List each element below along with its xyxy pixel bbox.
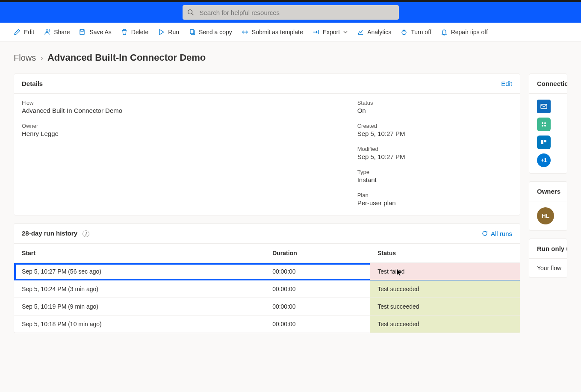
slack-icon[interactable] <box>537 118 551 131</box>
owners-card: Owners HL <box>529 181 567 231</box>
page-title: Advanced Built-In Connector Demo <box>47 52 206 63</box>
table-header-row: Start Duration Status <box>14 244 520 263</box>
mail-icon[interactable] <box>537 100 551 113</box>
table-row[interactable]: Sep 5, 10:19 PM (9 min ago)00:00:00Test … <box>14 298 520 315</box>
run-button[interactable]: Run <box>158 29 179 35</box>
svg-rect-12 <box>544 140 546 142</box>
delete-button[interactable]: Delete <box>121 29 148 35</box>
analytics-button[interactable]: Analytics <box>357 29 391 35</box>
submit-template-button[interactable]: Submit as template <box>242 29 303 35</box>
cmd-label: Send a copy <box>199 29 232 35</box>
cmd-label: Submit as template <box>252 29 303 35</box>
connections-title: Connections <box>529 74 567 94</box>
run-only-text: Your flow <box>529 259 567 277</box>
cmd-label: Share <box>54 29 70 35</box>
field-status: Status On <box>357 100 512 114</box>
share-button[interactable]: Share <box>44 29 70 35</box>
history-card: 28-day run history i All runs Start Dura… <box>14 223 520 333</box>
trash-icon <box>121 29 128 35</box>
cell-duration: 00:00:00 <box>265 298 370 315</box>
template-icon <box>242 29 248 35</box>
details-header: Details Edit <box>14 74 520 94</box>
cell-start: Sep 5, 10:18 PM (10 min ago) <box>14 315 265 333</box>
svg-rect-6 <box>541 104 547 109</box>
field-value: Sep 5, 10:27 PM <box>357 130 512 137</box>
svg-point-7 <box>542 122 543 124</box>
field-modified: Modified Sep 5, 10:27 PM <box>357 146 512 160</box>
search-icon <box>187 9 195 16</box>
share-icon <box>44 29 50 35</box>
field-label: Type <box>357 169 512 175</box>
history-header: 28-day run history i All runs <box>14 224 520 244</box>
search-box[interactable] <box>183 5 399 20</box>
save-as-button[interactable]: Save As <box>79 29 111 35</box>
col-status[interactable]: Status <box>370 244 520 263</box>
svg-point-0 <box>188 10 192 14</box>
edit-button[interactable]: Edit <box>14 29 34 35</box>
all-runs-link[interactable]: All runs <box>481 230 512 237</box>
cmd-label: Turn off <box>411 29 431 35</box>
export-button[interactable]: Export <box>313 29 348 35</box>
field-label: Plan <box>357 192 512 198</box>
cell-status: Test succeeded <box>370 298 520 315</box>
field-label: Status <box>357 100 512 106</box>
cell-duration: 00:00:00 <box>265 280 370 298</box>
field-value: Instant <box>357 176 512 183</box>
cmd-label: Analytics <box>367 29 391 35</box>
cell-start: Sep 5, 10:24 PM (3 min ago) <box>14 280 265 298</box>
repair-tips-button[interactable]: Repair tips off <box>441 29 488 35</box>
col-start[interactable]: Start <box>14 244 265 263</box>
header-bar <box>0 2 581 23</box>
cmd-label: Save As <box>89 29 111 35</box>
info-icon[interactable]: i <box>83 230 89 237</box>
run-only-card: Run only users Your flow <box>529 239 567 278</box>
field-value: Henry Legge <box>22 130 332 137</box>
play-icon <box>158 29 165 35</box>
export-icon <box>313 29 319 35</box>
col-duration[interactable]: Duration <box>265 244 370 263</box>
field-value: On <box>357 107 512 114</box>
send-copy-button[interactable]: Send a copy <box>189 29 232 35</box>
field-value: Sep 5, 10:27 PM <box>357 153 512 160</box>
cell-start: Sep 5, 10:27 PM (56 sec ago) <box>14 263 265 280</box>
chevron-right-icon: › <box>40 53 43 63</box>
cell-status: Test succeeded <box>370 315 520 333</box>
analytics-icon <box>357 29 364 35</box>
details-col-right: Status On Created Sep 5, 10:27 PM Modifi… <box>357 100 512 209</box>
field-value: Per-user plan <box>357 199 512 206</box>
command-bar: Edit Share Save As Delete Run Send a cop… <box>0 23 581 42</box>
table-row[interactable]: Sep 5, 10:24 PM (3 min ago)00:00:00Test … <box>14 280 520 298</box>
pencil-icon <box>14 29 21 35</box>
svg-rect-4 <box>190 29 194 34</box>
table-row[interactable]: Sep 5, 10:27 PM (56 sec ago)00:00:00Test… <box>14 263 520 280</box>
field-label: Created <box>357 123 512 129</box>
connections-list: +1 <box>529 94 567 173</box>
svg-point-8 <box>544 122 546 124</box>
details-body: Flow Advanced Built-In Connector Demo Ow… <box>14 94 520 215</box>
table-row[interactable]: Sep 5, 10:18 PM (10 min ago)00:00:00Test… <box>14 315 520 333</box>
bell-icon <box>441 29 448 35</box>
field-flow: Flow Advanced Built-In Connector Demo <box>22 100 332 114</box>
svg-point-10 <box>544 125 546 127</box>
search-input[interactable] <box>199 9 395 17</box>
breadcrumb-root[interactable]: Flows <box>14 53 36 63</box>
trello-icon[interactable] <box>537 136 551 149</box>
field-label: Modified <box>357 146 512 152</box>
cell-duration: 00:00:00 <box>265 315 370 333</box>
details-edit-link[interactable]: Edit <box>501 80 512 87</box>
side-column: Connections +1 Owners HL Run only use <box>529 74 567 333</box>
history-table: Start Duration Status Sep 5, 10:27 PM (5… <box>14 244 520 333</box>
cmd-label: Edit <box>24 29 34 35</box>
main-column: Details Edit Flow Advanced Built-In Conn… <box>14 74 520 333</box>
cmd-label: Run <box>168 29 179 35</box>
all-runs-text: All runs <box>491 230 512 237</box>
turn-off-button[interactable]: Turn off <box>401 29 431 35</box>
history-title-text: 28-day run history <box>22 230 77 237</box>
cell-start: Sep 5, 10:19 PM (9 min ago) <box>14 298 265 315</box>
hash-icon <box>540 121 547 128</box>
more-connections-badge[interactable]: +1 <box>537 153 551 167</box>
owner-avatar[interactable]: HL <box>537 207 554 224</box>
refresh-icon <box>481 230 488 237</box>
svg-rect-11 <box>541 140 543 144</box>
details-col-left: Flow Advanced Built-In Connector Demo Ow… <box>22 100 332 209</box>
